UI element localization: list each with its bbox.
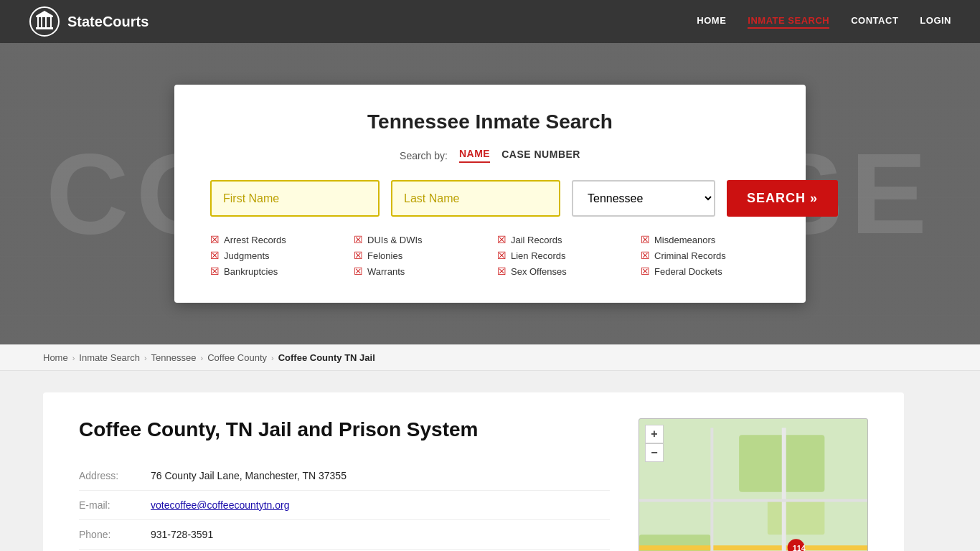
site-header: StateCourts HOME INMATE SEARCH CONTACT L… bbox=[0, 0, 980, 43]
breadcrumb-sep-3: › bbox=[200, 354, 203, 362]
nav-contact[interactable]: CONTACT bbox=[851, 15, 898, 29]
checklist-label: Arrest Records bbox=[224, 235, 286, 245]
search-card-title: Tennessee Inmate Search bbox=[210, 110, 770, 133]
breadcrumb-current: Coffee County TN Jail bbox=[278, 352, 375, 363]
tab-name[interactable]: NAME bbox=[459, 148, 490, 163]
check-icon: ☒ bbox=[354, 250, 363, 261]
nav-home[interactable]: HOME bbox=[697, 15, 726, 29]
svg-rect-10 bbox=[768, 499, 825, 535]
checklist-label: Sex Offenses bbox=[511, 266, 567, 277]
info-value: 76 County Jail Lane, Manchester, TN 3735… bbox=[151, 461, 610, 491]
checklist-item: ☒Bankruptcies bbox=[210, 265, 339, 277]
svg-marker-7 bbox=[36, 11, 53, 16]
check-icon: ☒ bbox=[354, 234, 363, 245]
check-icon: ☒ bbox=[497, 234, 507, 245]
tab-case-number[interactable]: CASE NUMBER bbox=[501, 149, 580, 162]
check-icon: ☒ bbox=[497, 250, 507, 261]
checklist-item: ☒Sex Offenses bbox=[497, 265, 626, 277]
main-nav: HOME INMATE SEARCH CONTACT LOGIN bbox=[697, 15, 951, 29]
svg-rect-13 bbox=[782, 428, 786, 551]
map-svg: 114 bbox=[639, 419, 867, 551]
svg-rect-5 bbox=[45, 17, 47, 27]
check-icon: ☒ bbox=[641, 265, 650, 277]
svg-rect-4 bbox=[41, 17, 42, 27]
map-zoom-in[interactable]: + bbox=[645, 425, 664, 443]
hero-section: COURTHOUSE Tennessee Inmate Search Searc… bbox=[0, 43, 980, 344]
info-row: E-mail:votecoffee@coffeecountytn.org bbox=[79, 491, 610, 520]
svg-rect-6 bbox=[50, 17, 52, 27]
breadcrumb-coffee-county[interactable]: Coffee County bbox=[207, 352, 267, 363]
checklist-item: ☒Jail Records bbox=[497, 234, 626, 245]
checklist-item: ☒DUIs & DWIs bbox=[354, 234, 483, 245]
svg-rect-3 bbox=[37, 17, 39, 27]
search-inputs-row: Tennessee Alabama Georgia SEARCH » bbox=[210, 180, 770, 217]
breadcrumb-home[interactable]: Home bbox=[43, 352, 68, 363]
breadcrumb-inmate-search[interactable]: Inmate Search bbox=[79, 352, 140, 363]
svg-rect-1 bbox=[36, 27, 53, 29]
map-controls: + − bbox=[645, 425, 664, 462]
checklist-label: Bankruptcies bbox=[224, 266, 278, 277]
checklist-label: Warrants bbox=[367, 266, 405, 277]
info-value: 931-728-3591 bbox=[151, 520, 610, 550]
checklist-item: ☒Arrest Records bbox=[210, 234, 339, 245]
checklist-item: ☒Misdemeanors bbox=[641, 234, 770, 245]
check-icon: ☒ bbox=[354, 265, 363, 277]
search-by-label: Search by: bbox=[400, 150, 448, 161]
map-container: + − 114 bbox=[639, 418, 868, 551]
breadcrumb: Home › Inmate Search › Tennessee › Coffe… bbox=[0, 344, 980, 371]
checklist-label: Criminal Records bbox=[654, 250, 726, 261]
first-name-input[interactable] bbox=[210, 180, 380, 217]
content-inner: Coffee County, TN Jail and Prison System… bbox=[79, 418, 868, 551]
nav-inmate-search[interactable]: INMATE SEARCH bbox=[748, 15, 829, 29]
svg-rect-12 bbox=[639, 545, 867, 550]
checklist-label: Jail Records bbox=[511, 235, 562, 245]
check-icon: ☒ bbox=[641, 250, 650, 261]
logo-icon bbox=[29, 6, 60, 37]
checklist-item: ☒Lien Records bbox=[497, 250, 626, 261]
logo[interactable]: StateCourts bbox=[29, 6, 149, 37]
checklist-label: DUIs & DWIs bbox=[367, 235, 423, 245]
map-zoom-out[interactable]: − bbox=[645, 443, 664, 462]
check-icon: ☒ bbox=[210, 250, 220, 261]
checklist-item: ☒Judgments bbox=[210, 250, 339, 261]
info-row: Phone:931-728-3591 bbox=[79, 520, 610, 550]
breadcrumb-sep-4: › bbox=[271, 354, 274, 362]
search-button[interactable]: SEARCH » bbox=[727, 180, 838, 217]
info-value[interactable]: votecoffee@coffeecountytn.org bbox=[151, 491, 610, 520]
checklist-label: Federal Dockets bbox=[654, 266, 722, 277]
info-label: Phone: bbox=[79, 520, 151, 550]
breadcrumb-sep-2: › bbox=[144, 354, 147, 362]
checklist-label: Lien Records bbox=[511, 250, 566, 261]
info-label: E-mail: bbox=[79, 491, 151, 520]
checklist-item: ☒Felonies bbox=[354, 250, 483, 261]
checklist-item: ☒Criminal Records bbox=[641, 250, 770, 261]
info-row: Address:76 County Jail Lane, Manchester,… bbox=[79, 461, 610, 491]
search-by-row: Search by: NAME CASE NUMBER bbox=[210, 148, 770, 163]
nav-login[interactable]: LOGIN bbox=[920, 15, 951, 29]
check-icon: ☒ bbox=[497, 265, 507, 277]
check-icon: ☒ bbox=[641, 234, 650, 245]
breadcrumb-tennessee[interactable]: Tennessee bbox=[151, 352, 197, 363]
check-icon: ☒ bbox=[210, 234, 220, 245]
checklist-item: ☒Warrants bbox=[354, 265, 483, 277]
logo-text: StateCourts bbox=[67, 14, 149, 30]
checklist-item: ☒Federal Dockets bbox=[641, 265, 770, 277]
svg-rect-15 bbox=[639, 499, 867, 502]
content-card: Coffee County, TN Jail and Prison System… bbox=[43, 392, 904, 551]
checklist-label: Felonies bbox=[367, 250, 402, 261]
jail-title: Coffee County, TN Jail and Prison System bbox=[79, 418, 610, 441]
svg-text:114: 114 bbox=[793, 544, 806, 551]
state-select[interactable]: Tennessee Alabama Georgia bbox=[572, 180, 715, 217]
search-card: Tennessee Inmate Search Search by: NAME … bbox=[174, 85, 806, 303]
check-icon: ☒ bbox=[210, 265, 220, 277]
content-area: Coffee County, TN Jail and Prison System… bbox=[0, 371, 980, 551]
last-name-input[interactable] bbox=[391, 180, 560, 217]
checklist-grid: ☒Arrest Records☒DUIs & DWIs☒Jail Records… bbox=[210, 234, 770, 277]
checklist-label: Misdemeanors bbox=[654, 235, 715, 245]
info-link[interactable]: votecoffee@coffeecountytn.org bbox=[151, 499, 290, 511]
svg-rect-2 bbox=[36, 16, 53, 17]
content-info: Coffee County, TN Jail and Prison System… bbox=[79, 418, 610, 551]
info-label: Address: bbox=[79, 461, 151, 491]
breadcrumb-sep-1: › bbox=[72, 354, 75, 362]
svg-rect-14 bbox=[710, 428, 713, 551]
